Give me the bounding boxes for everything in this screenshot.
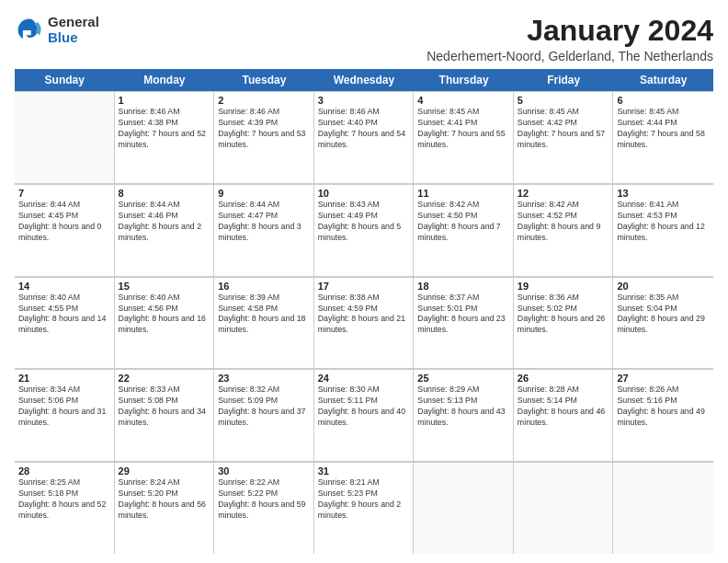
cell-w2-d0: 7Sunrise: 8:44 AMSunset: 4:45 PMDaylight…: [15, 184, 115, 276]
day-number: 21: [18, 373, 110, 384]
cell-w5-d6: [613, 462, 713, 554]
sunrise-text: Sunrise: 8:46 AM: [218, 107, 279, 116]
day-number: 15: [119, 281, 210, 292]
day-number: 31: [318, 465, 410, 477]
cell-w1-d1: 1Sunrise: 8:46 AMSunset: 4:38 PMDaylight…: [115, 91, 215, 183]
day-number: 11: [417, 188, 509, 199]
daylight-text: Daylight: 8 hours and 23 minutes.: [417, 314, 505, 334]
daylight-text: Daylight: 8 hours and 43 minutes.: [417, 407, 505, 427]
sunrise-text: Sunrise: 8:34 AM: [18, 385, 80, 394]
sunrise-text: Sunrise: 8:44 AM: [218, 200, 279, 209]
sunset-text: Sunset: 5:08 PM: [119, 396, 178, 405]
cell-w1-d4: 4Sunrise: 8:45 AMSunset: 4:41 PMDaylight…: [414, 91, 514, 183]
sunrise-text: Sunrise: 8:25 AM: [18, 477, 80, 487]
cell-info: Sunrise: 8:44 AMSunset: 4:47 PMDaylight:…: [218, 200, 310, 244]
sunrise-text: Sunrise: 8:36 AM: [518, 293, 579, 302]
cell-info: Sunrise: 8:22 AMSunset: 5:22 PMDaylight:…: [218, 477, 310, 522]
day-number: 19: [518, 281, 609, 292]
sunrise-text: Sunrise: 8:38 AM: [318, 293, 380, 302]
cell-w2-d5: 12Sunrise: 8:42 AMSunset: 4:52 PMDayligh…: [514, 184, 614, 276]
cell-info: Sunrise: 8:21 AMSunset: 5:23 PMDaylight:…: [318, 477, 410, 522]
day-number: 1: [119, 95, 210, 106]
cell-w3-d2: 16Sunrise: 8:39 AMSunset: 4:58 PMDayligh…: [214, 277, 314, 369]
cell-info: Sunrise: 8:42 AMSunset: 4:50 PMDaylight:…: [417, 200, 509, 244]
daylight-text: Daylight: 8 hours and 2 minutes.: [119, 222, 201, 242]
sunset-text: Sunset: 4:39 PM: [218, 118, 278, 127]
sunset-text: Sunset: 5:16 PM: [617, 396, 677, 405]
daylight-text: Daylight: 8 hours and 7 minutes.: [417, 222, 500, 242]
cell-w1-d3: 3Sunrise: 8:46 AMSunset: 4:40 PMDaylight…: [314, 91, 415, 183]
day-number: 20: [617, 281, 710, 292]
sunrise-text: Sunrise: 8:41 AM: [617, 200, 678, 209]
cell-w3-d3: 17Sunrise: 8:38 AMSunset: 4:59 PMDayligh…: [314, 277, 415, 369]
cell-w4-d6: 27Sunrise: 8:26 AMSunset: 5:16 PMDayligh…: [613, 369, 713, 461]
cell-info: Sunrise: 8:40 AMSunset: 4:56 PMDaylight:…: [119, 293, 210, 337]
cell-w5-d2: 30Sunrise: 8:22 AMSunset: 5:22 PMDayligh…: [214, 462, 314, 554]
cell-info: Sunrise: 8:26 AMSunset: 5:16 PMDaylight:…: [617, 385, 710, 429]
daylight-text: Daylight: 8 hours and 56 minutes.: [119, 500, 206, 520]
sunrise-text: Sunrise: 8:35 AM: [617, 293, 678, 302]
sunrise-text: Sunrise: 8:43 AM: [318, 200, 380, 209]
cell-w2-d2: 9Sunrise: 8:44 AMSunset: 4:47 PMDaylight…: [214, 184, 314, 276]
cell-w4-d4: 25Sunrise: 8:29 AMSunset: 5:13 PMDayligh…: [414, 369, 514, 461]
sunrise-text: Sunrise: 8:33 AM: [119, 385, 180, 394]
logo-general-text: General: [48, 15, 99, 30]
cell-info: Sunrise: 8:45 AMSunset: 4:42 PMDaylight:…: [518, 107, 609, 151]
cell-w5-d3: 31Sunrise: 8:21 AMSunset: 5:23 PMDayligh…: [314, 462, 415, 554]
cell-w5-d4: [414, 462, 514, 554]
sunrise-text: Sunrise: 8:44 AM: [18, 200, 80, 209]
sunrise-text: Sunrise: 8:42 AM: [518, 200, 579, 209]
sunrise-text: Sunrise: 8:32 AM: [218, 385, 279, 394]
sunrise-text: Sunrise: 8:29 AM: [417, 385, 479, 394]
header-friday: Friday: [514, 69, 614, 91]
daylight-text: Daylight: 8 hours and 26 minutes.: [518, 314, 605, 334]
day-number: 18: [417, 281, 509, 292]
sunrise-text: Sunrise: 8:45 AM: [617, 107, 678, 116]
calendar-header: Sunday Monday Tuesday Wednesday Thursday…: [15, 69, 713, 91]
cell-w4-d1: 22Sunrise: 8:33 AMSunset: 5:08 PMDayligh…: [115, 369, 215, 461]
week-row-3: 14Sunrise: 8:40 AMSunset: 4:55 PMDayligh…: [15, 277, 713, 370]
week-row-5: 28Sunrise: 8:25 AMSunset: 5:18 PMDayligh…: [15, 462, 713, 554]
cell-info: Sunrise: 8:40 AMSunset: 4:55 PMDaylight:…: [18, 293, 110, 337]
logo: General Blue: [15, 15, 99, 45]
daylight-text: Daylight: 8 hours and 31 minutes.: [18, 407, 106, 427]
week-row-4: 21Sunrise: 8:34 AMSunset: 5:06 PMDayligh…: [15, 369, 713, 462]
sunset-text: Sunset: 5:04 PM: [617, 304, 677, 313]
cell-w1-d6: 6Sunrise: 8:45 AMSunset: 4:44 PMDaylight…: [613, 91, 713, 183]
cell-info: Sunrise: 8:34 AMSunset: 5:06 PMDaylight:…: [18, 385, 110, 429]
daylight-text: Daylight: 8 hours and 3 minutes.: [218, 222, 301, 242]
cell-w5-d0: 28Sunrise: 8:25 AMSunset: 5:18 PMDayligh…: [15, 462, 115, 554]
cell-w4-d0: 21Sunrise: 8:34 AMSunset: 5:06 PMDayligh…: [15, 369, 115, 461]
cell-w4-d5: 26Sunrise: 8:28 AMSunset: 5:14 PMDayligh…: [514, 369, 614, 461]
day-number: 22: [119, 373, 210, 384]
sunrise-text: Sunrise: 8:28 AM: [518, 385, 579, 394]
sunset-text: Sunset: 4:41 PM: [417, 118, 477, 127]
sunrise-text: Sunrise: 8:40 AM: [119, 293, 180, 302]
sunset-text: Sunset: 5:01 PM: [417, 304, 477, 313]
week-row-2: 7Sunrise: 8:44 AMSunset: 4:45 PMDaylight…: [15, 184, 713, 277]
sunset-text: Sunset: 5:18 PM: [18, 488, 78, 498]
daylight-text: Daylight: 8 hours and 21 minutes.: [318, 314, 405, 334]
daylight-text: Daylight: 8 hours and 37 minutes.: [218, 407, 305, 427]
cell-w1-d2: 2Sunrise: 8:46 AMSunset: 4:39 PMDaylight…: [214, 91, 314, 183]
day-number: 13: [617, 188, 710, 199]
sunset-text: Sunset: 5:11 PM: [318, 396, 378, 405]
sunset-text: Sunset: 4:53 PM: [617, 211, 677, 220]
daylight-text: Daylight: 8 hours and 0 minutes.: [18, 222, 101, 242]
day-number: 9: [218, 188, 310, 199]
cell-w3-d6: 20Sunrise: 8:35 AMSunset: 5:04 PMDayligh…: [613, 277, 713, 369]
header-sunday: Sunday: [15, 69, 115, 91]
sunrise-text: Sunrise: 8:37 AM: [417, 293, 479, 302]
sunset-text: Sunset: 5:13 PM: [417, 396, 477, 405]
logo-text: General Blue: [48, 15, 99, 45]
header: General Blue January 2024 Nederhemert-No…: [15, 15, 713, 63]
sunset-text: Sunset: 4:50 PM: [417, 211, 477, 220]
sunrise-text: Sunrise: 8:26 AM: [617, 385, 678, 394]
cell-info: Sunrise: 8:36 AMSunset: 5:02 PMDaylight:…: [518, 293, 609, 337]
location: Nederhemert-Noord, Gelderland, The Nethe…: [427, 49, 713, 63]
daylight-text: Daylight: 8 hours and 46 minutes.: [518, 407, 605, 427]
cell-info: Sunrise: 8:33 AMSunset: 5:08 PMDaylight:…: [119, 385, 210, 429]
sunrise-text: Sunrise: 8:24 AM: [119, 477, 180, 487]
sunset-text: Sunset: 4:44 PM: [617, 118, 677, 127]
daylight-text: Daylight: 8 hours and 40 minutes.: [318, 407, 405, 427]
